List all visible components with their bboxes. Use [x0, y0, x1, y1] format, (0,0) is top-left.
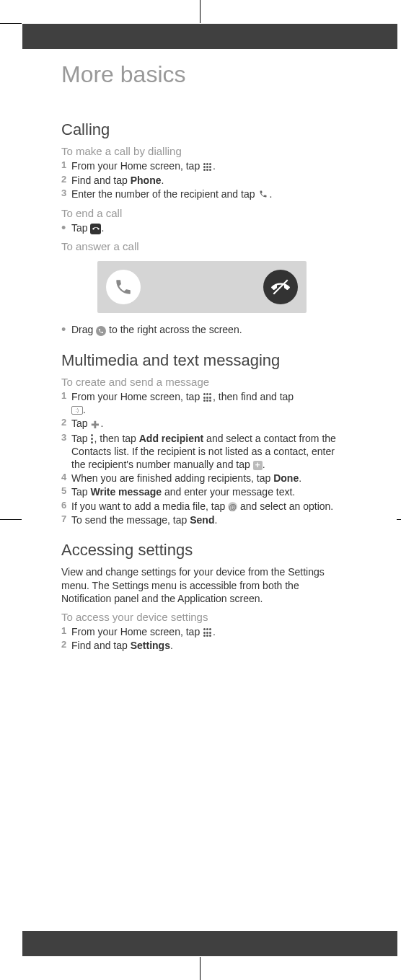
step-number: 3 [61, 187, 71, 201]
apps-icon [203, 628, 212, 637]
access-steps: 1 From your Home screen, tap . 2 Find an… [61, 625, 343, 652]
step-text: Find and tap Settings. [71, 639, 343, 652]
answer-steps: • Drag to the right across the screen. [61, 323, 343, 336]
sub-dial: To make a call by dialling [61, 145, 343, 157]
step-number: 1 [61, 390, 71, 416]
list-item: 3 Tap , then tap Add recipient and selec… [61, 432, 343, 472]
create-steps: 1 From your Home screen, tap , then find… [61, 390, 343, 526]
step-text: Enter the number of the recipient and ta… [71, 187, 343, 201]
list-item: 7 To send the message, tap Send. [61, 513, 343, 526]
step-text: Drag to the right across the screen. [71, 323, 343, 336]
step-text: Tap ✚. [71, 417, 343, 431]
step-number: 1 [61, 159, 71, 172]
step-number: 3 [61, 432, 71, 472]
answer-swipe-illustration [97, 261, 307, 313]
footer-bar [22, 931, 397, 956]
page-title: More basics [61, 61, 343, 88]
reject-icon [263, 270, 298, 304]
step-number: 7 [61, 513, 71, 526]
step-number: 2 [61, 639, 71, 652]
section-settings-heading: Accessing settings [61, 541, 343, 560]
step-text: Tap , then tap Add recipient and select … [71, 432, 343, 472]
list-item: • Tap . [61, 221, 343, 234]
step-number: 2 [61, 417, 71, 431]
list-item: 2 Tap ✚. [61, 417, 343, 431]
apps-icon [203, 393, 212, 402]
header-bar [22, 24, 397, 49]
list-item: 3 Enter the number of the recipient and … [61, 187, 343, 201]
step-number: 2 [61, 174, 71, 187]
answer-icon [106, 270, 141, 304]
dial-steps: 1 From your Home screen, tap . 2 Find an… [61, 159, 343, 201]
dial-icon [258, 188, 268, 201]
sub-answer: To answer a call [61, 240, 343, 252]
list-item: • Drag to the right across the screen. [61, 323, 343, 336]
sub-create: To create and send a message [61, 376, 343, 388]
step-text: When you are finished adding recipients,… [71, 472, 343, 485]
step-text: To send the message, tap Send. [71, 513, 343, 526]
step-text: Find and tap Phone. [71, 174, 343, 187]
step-number: 5 [61, 485, 71, 498]
section-calling-heading: Calling [61, 120, 343, 139]
step-text: If you want to add a media file, tap @ a… [71, 500, 343, 513]
drag-handle-icon [96, 326, 106, 336]
apps-icon [203, 163, 212, 172]
step-text: From your Home screen, tap . [71, 625, 343, 638]
end-call-icon [90, 224, 101, 234]
end-steps: • Tap . [61, 221, 343, 234]
plus-icon: + [253, 461, 263, 470]
step-text: From your Home screen, tap . [71, 159, 343, 172]
step-text: Tap . [71, 221, 343, 234]
settings-intro: View and change settings for your device… [61, 565, 343, 605]
attach-icon: @ [228, 502, 237, 511]
messaging-icon: :) [71, 406, 83, 415]
section-messaging-heading: Multimedia and text messaging [61, 351, 343, 370]
list-item: 1 From your Home screen, tap . [61, 625, 343, 638]
list-item: 1 From your Home screen, tap , then find… [61, 390, 343, 416]
list-item: 2 Find and tap Settings. [61, 639, 343, 652]
bullet: • [61, 221, 71, 234]
step-text: From your Home screen, tap , then find a… [71, 390, 343, 416]
sub-access: To access your device settings [61, 611, 343, 623]
bullet: • [61, 323, 71, 336]
step-number: 6 [61, 500, 71, 513]
step-number: 1 [61, 625, 71, 638]
list-item: 1 From your Home screen, tap . [61, 159, 343, 172]
list-item: 6 If you want to add a media file, tap @… [61, 500, 343, 513]
sub-end: To end a call [61, 207, 343, 219]
list-item: 4 When you are finished adding recipient… [61, 472, 343, 485]
step-number: 4 [61, 472, 71, 485]
page-content: More basics Calling To make a call by di… [61, 61, 343, 653]
list-item: 5 Tap Write message and enter your messa… [61, 485, 343, 498]
step-text: Tap Write message and enter your message… [71, 485, 343, 498]
new-message-icon: ✚ [91, 418, 100, 431]
list-item: 2 Find and tap Phone. [61, 174, 343, 187]
